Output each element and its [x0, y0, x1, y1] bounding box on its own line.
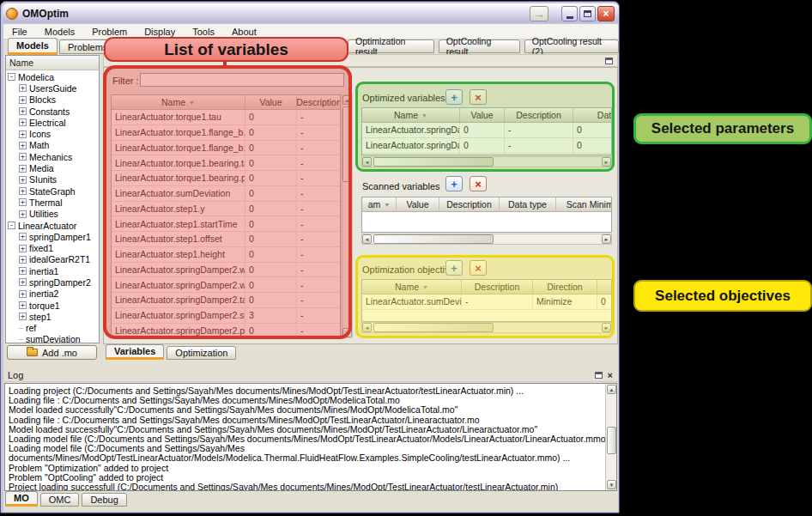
tree-item-ref[interactable]: –ref	[6, 323, 99, 334]
optimized-variables-hscrollbar[interactable]: ◄ ►	[361, 156, 612, 167]
menu-item-models[interactable]: Models	[36, 24, 83, 39]
tree-item-thermal[interactable]: +Thermal	[6, 197, 99, 208]
objective-row[interactable]: LinearActuator.sumDeviation-Minimize0	[362, 294, 611, 310]
column-header-data-type[interactable]: Data type	[500, 197, 556, 211]
tree-item-step1[interactable]: +step1	[6, 311, 99, 322]
tree-item-fixed1[interactable]: +fixed1	[6, 242, 99, 253]
tree-item-constants[interactable]: +Constants	[6, 106, 99, 117]
scroll-up-icon[interactable]: ▲	[607, 385, 616, 394]
scrollbar-thumb[interactable]	[373, 323, 494, 332]
tree-item-springdamper1[interactable]: +springDamper1	[6, 231, 99, 242]
tree-item-stategraph[interactable]: +StateGraph	[6, 185, 99, 197]
add-objective-button[interactable]: +	[445, 260, 463, 276]
tab-mo[interactable]: MO	[5, 491, 38, 507]
tree-name-column-header[interactable]: Name	[6, 56, 99, 70]
tree-item-linearactuator[interactable]: -LinearActuator	[6, 220, 99, 231]
collapse-icon[interactable]: -	[8, 222, 15, 229]
tree-item-idealgearr2t1[interactable]: +idealGearR2T1	[6, 254, 99, 265]
column-header-description[interactable]: Description	[462, 280, 533, 294]
scroll-up-icon[interactable]: ▲	[342, 95, 352, 105]
scroll-left-icon[interactable]: ◄	[362, 323, 372, 332]
tree-item-torque1[interactable]: +torque1	[6, 300, 99, 311]
tree-item-blocks[interactable]: +Blocks	[6, 94, 99, 106]
expand-icon[interactable]: +	[19, 131, 27, 138]
tab-optcooling-result[interactable]: OptCooling result	[439, 39, 520, 53]
tab-optcooling-result-2[interactable]: OptCooling result (2)	[524, 39, 619, 53]
variable-row[interactable]: LinearActuator.sumDeviation0-	[112, 186, 340, 202]
optimization-objectives-hscrollbar[interactable]: ◄ ►	[361, 322, 612, 333]
column-header-value[interactable]: Value	[460, 108, 505, 122]
expand-icon[interactable]: +	[19, 278, 27, 286]
tree-item-inertia1[interactable]: +inertia1	[6, 265, 99, 276]
column-header-description[interactable]: Description	[505, 108, 573, 122]
tree-item-electrical[interactable]: +Electrical	[6, 117, 99, 128]
optimized-variable-row[interactable]: LinearActuator.springDamper1.d0-0	[362, 138, 611, 154]
tree-item-usersguide[interactable]: +UsersGuide	[6, 82, 99, 94]
variable-row[interactable]: LinearActuator.springDamper2.phi_rel_sta…	[112, 324, 340, 339]
remove-scanned-variable-button[interactable]: ×	[470, 176, 487, 191]
expand-icon[interactable]: +	[19, 256, 27, 264]
expand-icon[interactable]: +	[19, 290, 27, 298]
scroll-down-icon[interactable]: ▼	[607, 480, 616, 489]
variable-row[interactable]: LinearActuator.step1.offset0-	[112, 232, 340, 247]
expand-icon[interactable]: +	[19, 96, 27, 104]
variable-row[interactable]: LinearActuator.springDamper2.w_rel_start…	[112, 263, 340, 278]
float-window-icon[interactable]	[605, 58, 613, 64]
expand-icon[interactable]: +	[19, 107, 27, 115]
remove-objective-button[interactable]: ×	[470, 260, 487, 276]
tab-optimization[interactable]: Optimization	[167, 346, 236, 360]
variable-row[interactable]: LinearActuator.torque1.bearing.phi0-	[112, 171, 340, 186]
column-header-value[interactable]: Value	[397, 197, 439, 211]
menu-item-file[interactable]: File	[3, 24, 36, 39]
tree-item-math[interactable]: +Math	[6, 140, 99, 151]
filter-input[interactable]	[140, 73, 344, 87]
tree-item-mechanics[interactable]: +Mechanics	[6, 151, 99, 162]
tree-item-siunits[interactable]: +SIunits	[6, 174, 99, 185]
variable-row[interactable]: LinearActuator.torque1.bearing.tau0-	[112, 155, 340, 171]
column-header-data-ty[interactable]: Data ty	[573, 108, 612, 122]
column-header-name[interactable]: Name▼	[362, 108, 460, 122]
scroll-left-icon[interactable]: ◄	[362, 234, 372, 244]
add-scanned-variable-button[interactable]: +	[445, 176, 463, 191]
tree-item-modelica[interactable]: -Modelica	[6, 71, 99, 82]
column-header-n[interactable]: N	[597, 280, 612, 294]
variable-row[interactable]: LinearActuator.springDamper2.w_rel0-	[112, 277, 340, 293]
tree-item-sumdeviation[interactable]: –sumDeviation	[6, 334, 99, 343]
scrollbar-thumb[interactable]	[373, 234, 494, 244]
remove-optimized-variable-button[interactable]: ×	[470, 89, 487, 105]
tree-item-media[interactable]: +Media	[6, 162, 99, 173]
expand-icon[interactable]: +	[19, 165, 27, 173]
expand-icon[interactable]: +	[19, 187, 27, 195]
tree-item-icons[interactable]: +Icons	[6, 128, 99, 139]
variable-row[interactable]: LinearActuator.step1.startTime0-	[112, 216, 340, 232]
variable-row[interactable]: LinearActuator.step1.height0-	[112, 247, 340, 263]
scroll-left-icon[interactable]: ◄	[362, 157, 372, 167]
add-optimized-variable-button[interactable]: +	[445, 89, 463, 105]
tab-omc[interactable]: OMC	[40, 493, 80, 507]
scroll-right-icon[interactable]: ►	[602, 323, 611, 332]
column-header-name[interactable]: Name▼	[112, 95, 245, 109]
scrollbar-thumb[interactable]	[342, 106, 352, 182]
tab-variables[interactable]: Variables	[106, 344, 164, 360]
forward-arrow-button[interactable]: →	[530, 6, 548, 21]
collapse-icon[interactable]: -	[8, 73, 15, 81]
expand-icon[interactable]: +	[19, 267, 27, 275]
expand-icon[interactable]: +	[19, 142, 27, 149]
column-header-description[interactable]: Description	[439, 197, 500, 211]
column-header-description[interactable]: Description	[297, 95, 341, 109]
column-header-am[interactable]: am▼	[362, 197, 397, 211]
scrollbar-thumb[interactable]	[607, 427, 616, 454]
expand-icon[interactable]: +	[19, 210, 27, 218]
tree-item-springdamper2[interactable]: +springDamper2	[6, 276, 99, 288]
variable-row[interactable]: LinearActuator.torque1.tau0-	[112, 110, 340, 125]
log-scrollbar[interactable]: ▲ ▼	[605, 384, 616, 490]
variable-row[interactable]: LinearActuator.torque1.flange_b.phi0-	[112, 141, 340, 156]
tab-models[interactable]: Models	[8, 38, 58, 55]
tab-debug[interactable]: Debug	[82, 493, 126, 507]
expand-icon[interactable]: +	[19, 176, 27, 184]
expand-icon[interactable]: +	[19, 84, 27, 92]
variable-row[interactable]: LinearActuator.springDamper2.stateSelect…	[112, 308, 340, 324]
expand-icon[interactable]: +	[19, 301, 27, 309]
column-header-scan-minimum[interactable]: Scan Minimum	[556, 197, 612, 211]
tab-optimization-result[interactable]: Optimization result	[348, 39, 434, 53]
